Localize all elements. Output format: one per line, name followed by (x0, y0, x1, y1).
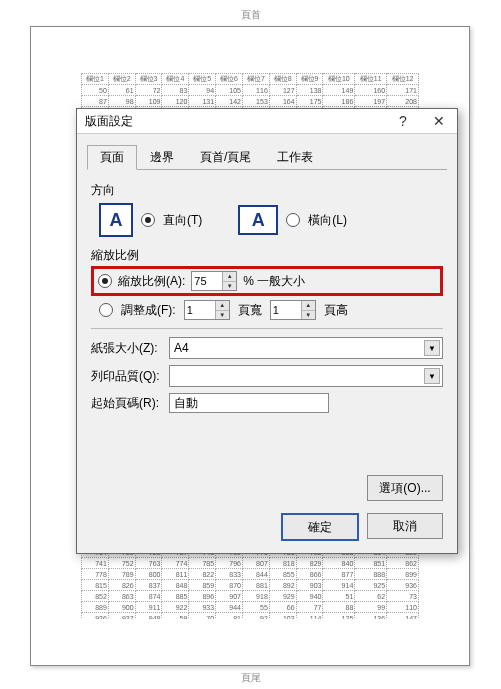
landscape-radio[interactable] (286, 213, 300, 227)
portrait-radio-label: 直向(T) (163, 212, 202, 229)
page-footer-label: 頁尾 (0, 671, 501, 685)
dialog-title: 版面設定 (85, 113, 385, 130)
fit-width-field[interactable] (185, 304, 215, 316)
zoom-percent-input[interactable]: ▲▼ (191, 271, 237, 291)
scaling-label: 縮放比例 (91, 247, 443, 264)
landscape-icon: A (238, 205, 278, 235)
close-button[interactable]: ✕ (421, 109, 457, 133)
zoom-spinner[interactable]: ▲▼ (222, 272, 236, 290)
zoom-percent-field[interactable] (192, 275, 222, 287)
zoom-radio[interactable] (98, 274, 112, 288)
tab-header-footer[interactable]: 頁首/頁尾 (187, 145, 264, 170)
paper-size-label: 紙張大小(Z): (91, 340, 161, 357)
fit-radio-label: 調整成(F): (121, 302, 176, 319)
fit-height-suffix: 頁高 (324, 302, 348, 319)
tab-page[interactable]: 頁面 (87, 145, 137, 170)
tab-sheet[interactable]: 工作表 (264, 145, 326, 170)
portrait-icon: A (99, 203, 133, 237)
ok-button[interactable]: 確定 (281, 513, 359, 541)
page-header-label: 頁首 (0, 8, 501, 22)
paper-size-value: A4 (174, 341, 189, 355)
first-page-input[interactable] (169, 393, 329, 413)
portrait-radio[interactable] (141, 213, 155, 227)
zoom-suffix: % 一般大小 (243, 273, 305, 290)
fit-height-spinner[interactable]: ▲▼ (301, 301, 315, 319)
print-quality-select[interactable]: ▼ (169, 365, 443, 387)
cancel-button[interactable]: 取消 (367, 513, 443, 539)
fit-radio[interactable] (99, 303, 113, 317)
first-page-label: 起始頁碼(R): (91, 395, 161, 412)
fit-width-suffix: 頁寬 (238, 302, 262, 319)
help-button[interactable]: ? (385, 109, 421, 133)
tab-margin[interactable]: 邊界 (137, 145, 187, 170)
fit-height-field[interactable] (271, 304, 301, 316)
orientation-label: 方向 (91, 182, 443, 199)
chevron-down-icon: ▼ (424, 340, 440, 356)
dialog-titlebar: 版面設定 ? ✕ (77, 109, 457, 134)
zoom-radio-label: 縮放比例(A): (118, 273, 185, 290)
landscape-radio-label: 橫向(L) (308, 212, 347, 229)
divider (91, 328, 443, 329)
chevron-down-icon: ▼ (424, 368, 440, 384)
paper-size-select[interactable]: A4 ▼ (169, 337, 443, 359)
fit-height-input[interactable]: ▲▼ (270, 300, 316, 320)
zoom-row-highlight: 縮放比例(A): ▲▼ % 一般大小 (91, 266, 443, 296)
dialog-tabs: 頁面 邊界 頁首/頁尾 工作表 (87, 144, 447, 170)
page-setup-dialog: 版面設定 ? ✕ 頁面 邊界 頁首/頁尾 工作表 方向 A 直向(T) A 橫向… (76, 108, 458, 554)
options-button[interactable]: 選項(O)... (367, 475, 443, 501)
fit-width-input[interactable]: ▲▼ (184, 300, 230, 320)
fit-width-spinner[interactable]: ▲▼ (215, 301, 229, 319)
print-quality-label: 列印品質(Q): (91, 368, 161, 385)
